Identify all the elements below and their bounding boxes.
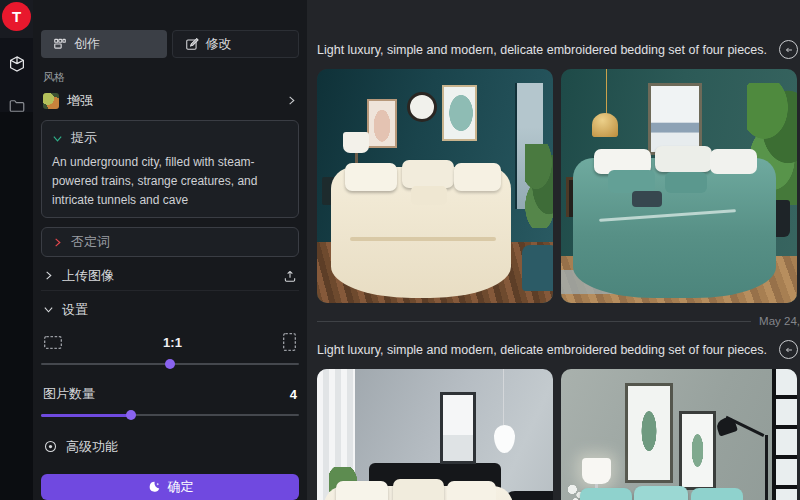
reuse-prompt-icon[interactable] [779,40,798,59]
prompt-text[interactable]: An underground city, filled with steam-p… [52,153,288,209]
wall-frame [679,411,716,490]
pillow [655,146,712,172]
confirm-button[interactable]: 确定 [41,474,299,500]
prompt-box[interactable]: 提示 An underground city, filled with stea… [41,120,299,218]
duvet-trim [350,237,496,241]
pillow [608,170,655,193]
pendant-cord [606,69,608,116]
generation-row-2 [317,369,800,500]
pillow [402,160,454,188]
window [772,369,797,500]
landscape-ratio-icon[interactable] [43,335,63,350]
style-section-label: 风格 [43,70,297,85]
style-selector[interactable]: 增强 [41,90,299,111]
date-label: May 24, [759,315,800,327]
chevron-right-icon [43,270,54,281]
pillow [447,481,497,500]
reuse-prompt-icon[interactable] [779,340,798,359]
pillow [345,163,397,191]
aspect-ratio-value: 1:1 [163,335,182,350]
gallery: Light luxury, simple and modern, delicat… [307,0,800,500]
generated-image-1[interactable] [317,69,553,303]
wall-frame [625,383,673,483]
aspect-ratio-row: 1:1 [41,332,299,352]
floor-lamp-pole [765,435,768,500]
pillow [691,488,743,500]
generated-image-3[interactable] [317,369,553,500]
wall-frame [440,392,477,464]
generation-header-2: Light luxury, simple and modern, delicat… [317,340,800,359]
generated-image-2[interactable] [561,69,797,303]
portrait-ratio-icon[interactable] [282,332,297,352]
moon-sparkle-icon [147,480,161,494]
style-thumbnail [43,93,59,109]
settings-header[interactable]: 设置 [41,295,299,324]
pillow [634,486,688,500]
pillow [411,186,446,205]
upload-icon[interactable] [283,269,297,283]
generation-panel: 创作 修改 风格 增强 提示 An underground ci [33,0,307,500]
style-value: 增强 [67,92,278,110]
pillow [580,488,632,500]
wall-frame [442,85,477,140]
pillow [710,149,757,175]
app-window: T 创作 [0,0,800,500]
tab-edit-label: 修改 [206,35,232,53]
model-cube-icon[interactable] [8,55,26,73]
settings-label: 设置 [62,301,88,319]
plant [525,144,553,228]
tab-edit[interactable]: 修改 [172,30,300,58]
aspect-ratio-slider[interactable] [41,359,299,369]
upload-label: 上传图像 [62,267,114,285]
pillow [336,481,388,500]
chevron-right-icon [286,95,297,106]
advanced-features-row[interactable]: 高级功能 [41,438,299,456]
wall-clock [407,92,437,122]
generated-image-4[interactable] [561,369,797,500]
table-lamp [582,458,610,484]
generation-header-1: Light luxury, simple and modern, delicat… [317,40,800,59]
image-count-value: 4 [290,387,297,402]
pillow [632,191,663,207]
generation-caption: Light luxury, simple and modern, delicat… [317,343,767,357]
tab-create-label: 创作 [74,35,100,53]
image-count-slider[interactable] [41,410,299,420]
confirm-button-label: 确定 [168,478,194,496]
negative-label: 否定词 [71,233,110,251]
generation-row-1 [317,69,800,303]
table-lamp [343,132,369,153]
chevron-down-icon [52,133,63,144]
prompt-label: 提示 [71,129,97,147]
tab-create[interactable]: 创作 [41,30,167,58]
pendant-lamp [592,113,618,136]
upload-image-row[interactable]: 上传图像 [41,261,299,291]
image-count-label: 图片数量 [43,385,95,403]
pillow [665,172,707,193]
chevron-down-icon [43,304,54,315]
eye-icon [43,439,58,454]
app-rail: T [0,0,33,500]
wall-frame [367,99,397,147]
user-avatar[interactable]: T [2,2,31,31]
image-count-row: 图片数量 4 [41,385,299,403]
wall-frame [648,83,701,155]
pillow [393,479,445,500]
pendant-cord [503,369,504,430]
chevron-right-icon [52,237,63,248]
pillow [454,163,501,191]
mode-tabs: 创作 修改 [41,30,299,58]
folder-icon[interactable] [8,97,26,115]
date-divider: May 24, [317,314,800,328]
negative-prompt-box[interactable]: 否定词 [41,227,299,257]
armchair [522,245,553,292]
generation-caption: Light luxury, simple and modern, delicat… [317,43,767,57]
advanced-features-label: 高级功能 [66,438,118,456]
